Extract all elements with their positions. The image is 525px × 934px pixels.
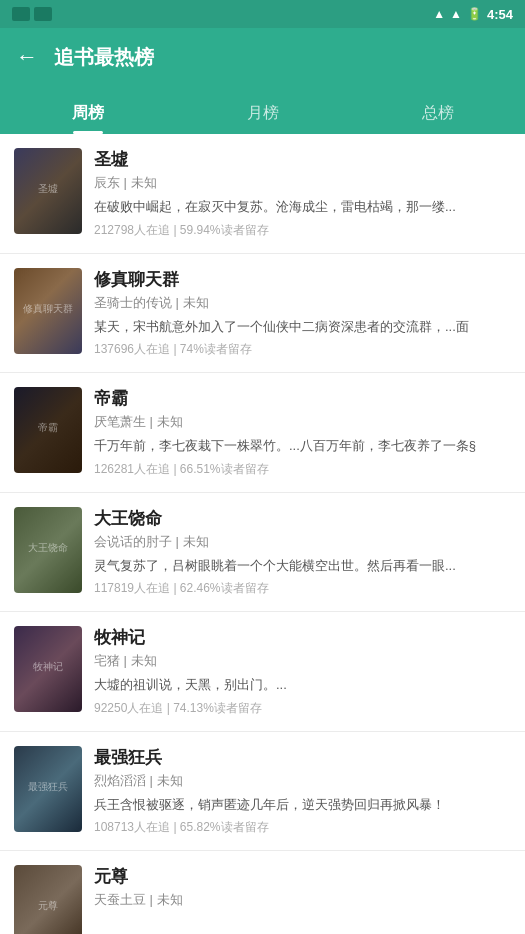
book-desc: 千万年前，李七夜栽下一株翠竹。...八百万年前，李七夜养了一条§ bbox=[94, 436, 484, 456]
book-meta: 圣骑士的传说 | 未知 bbox=[94, 294, 511, 312]
page-title: 追书最热榜 bbox=[54, 44, 154, 71]
top-bar: ← 追书最热榜 bbox=[0, 28, 525, 86]
book-info: 圣墟辰东 | 未知在破败中崛起，在寂灭中复苏。沧海成尘，雷电枯竭，那一缕...2… bbox=[94, 148, 511, 239]
book-title: 最强狂兵 bbox=[94, 746, 511, 769]
book-desc: 某天，宋书航意外加入了一个仙侠中二病资深患者的交流群，...面 bbox=[94, 317, 484, 337]
wifi-icon: ▲ bbox=[433, 7, 445, 21]
book-stats: 137696人在追 | 74%读者留存 bbox=[94, 341, 511, 358]
tab-bar: 周榜 月榜 总榜 bbox=[0, 86, 525, 134]
book-title: 修真聊天群 bbox=[94, 268, 511, 291]
book-item[interactable]: 牧神记牧神记宅猪 | 未知大墟的祖训说，天黑，别出门。...92250人在追 |… bbox=[0, 612, 525, 732]
book-info: 牧神记宅猪 | 未知大墟的祖训说，天黑，别出门。...92250人在追 | 74… bbox=[94, 626, 511, 717]
book-meta: 会说话的肘子 | 未知 bbox=[94, 533, 511, 551]
signal-icon: ▲ bbox=[450, 7, 462, 21]
book-cover: 大王饶命 bbox=[14, 507, 82, 593]
status-time: 4:54 bbox=[487, 7, 513, 22]
book-stats: 117819人在追 | 62.46%读者留存 bbox=[94, 580, 511, 597]
book-list: 圣墟圣墟辰东 | 未知在破败中崛起，在寂灭中复苏。沧海成尘，雷电枯竭，那一缕..… bbox=[0, 134, 525, 934]
book-cover: 最强狂兵 bbox=[14, 746, 82, 832]
book-item[interactable]: 圣墟圣墟辰东 | 未知在破败中崛起，在寂灭中复苏。沧海成尘，雷电枯竭，那一缕..… bbox=[0, 134, 525, 254]
book-item[interactable]: 修真聊天群修真聊天群圣骑士的传说 | 未知某天，宋书航意外加入了一个仙侠中二病资… bbox=[0, 254, 525, 374]
app-icon-1 bbox=[12, 7, 30, 21]
book-cover: 元尊 bbox=[14, 865, 82, 934]
book-stats: 126281人在追 | 66.51%读者留存 bbox=[94, 461, 511, 478]
book-cover: 牧神记 bbox=[14, 626, 82, 712]
book-item[interactable]: 最强狂兵最强狂兵烈焰滔滔 | 未知兵王含恨被驱逐，销声匿迹几年后，逆天强势回归再… bbox=[0, 732, 525, 852]
book-desc: 兵王含恨被驱逐，销声匿迹几年后，逆天强势回归再掀风暴！ bbox=[94, 795, 484, 815]
book-title: 元尊 bbox=[94, 865, 511, 888]
book-info: 元尊天蚕土豆 | 未知 bbox=[94, 865, 511, 914]
app-icon-2 bbox=[34, 7, 52, 21]
book-stats: 212798人在追 | 59.94%读者留存 bbox=[94, 222, 511, 239]
book-meta: 天蚕土豆 | 未知 bbox=[94, 891, 511, 909]
book-title: 帝霸 bbox=[94, 387, 511, 410]
book-title: 牧神记 bbox=[94, 626, 511, 649]
book-desc: 灵气复苏了，吕树眼眺着一个个大能横空出世。然后再看一眼... bbox=[94, 556, 484, 576]
tab-weekly[interactable]: 周榜 bbox=[0, 103, 175, 134]
book-title: 大王饶命 bbox=[94, 507, 511, 530]
status-bar: ▲ ▲ 🔋 4:54 bbox=[0, 0, 525, 28]
book-info: 大王饶命会说话的肘子 | 未知灵气复苏了，吕树眼眺着一个个大能横空出世。然后再看… bbox=[94, 507, 511, 598]
book-desc: 大墟的祖训说，天黑，别出门。... bbox=[94, 675, 484, 695]
book-desc: 在破败中崛起，在寂灭中复苏。沧海成尘，雷电枯竭，那一缕... bbox=[94, 197, 484, 217]
battery-icon: 🔋 bbox=[467, 7, 482, 21]
tab-monthly[interactable]: 月榜 bbox=[175, 103, 350, 134]
book-cover: 圣墟 bbox=[14, 148, 82, 234]
book-cover: 帝霸 bbox=[14, 387, 82, 473]
tab-total[interactable]: 总榜 bbox=[350, 103, 525, 134]
back-button[interactable]: ← bbox=[16, 44, 38, 70]
book-info: 最强狂兵烈焰滔滔 | 未知兵王含恨被驱逐，销声匿迹几年后，逆天强势回归再掀风暴！… bbox=[94, 746, 511, 837]
book-meta: 宅猪 | 未知 bbox=[94, 652, 511, 670]
book-item[interactable]: 大王饶命大王饶命会说话的肘子 | 未知灵气复苏了，吕树眼眺着一个个大能横空出世。… bbox=[0, 493, 525, 613]
book-item[interactable]: 元尊元尊天蚕土豆 | 未知 bbox=[0, 851, 525, 934]
book-item[interactable]: 帝霸帝霸厌笔萧生 | 未知千万年前，李七夜栽下一株翠竹。...八百万年前，李七夜… bbox=[0, 373, 525, 493]
book-meta: 烈焰滔滔 | 未知 bbox=[94, 772, 511, 790]
book-meta: 厌笔萧生 | 未知 bbox=[94, 413, 511, 431]
book-info: 修真聊天群圣骑士的传说 | 未知某天，宋书航意外加入了一个仙侠中二病资深患者的交… bbox=[94, 268, 511, 359]
book-stats: 108713人在追 | 65.82%读者留存 bbox=[94, 819, 511, 836]
book-title: 圣墟 bbox=[94, 148, 511, 171]
book-stats: 92250人在追 | 74.13%读者留存 bbox=[94, 700, 511, 717]
book-meta: 辰东 | 未知 bbox=[94, 174, 511, 192]
book-cover: 修真聊天群 bbox=[14, 268, 82, 354]
book-info: 帝霸厌笔萧生 | 未知千万年前，李七夜栽下一株翠竹。...八百万年前，李七夜养了… bbox=[94, 387, 511, 478]
